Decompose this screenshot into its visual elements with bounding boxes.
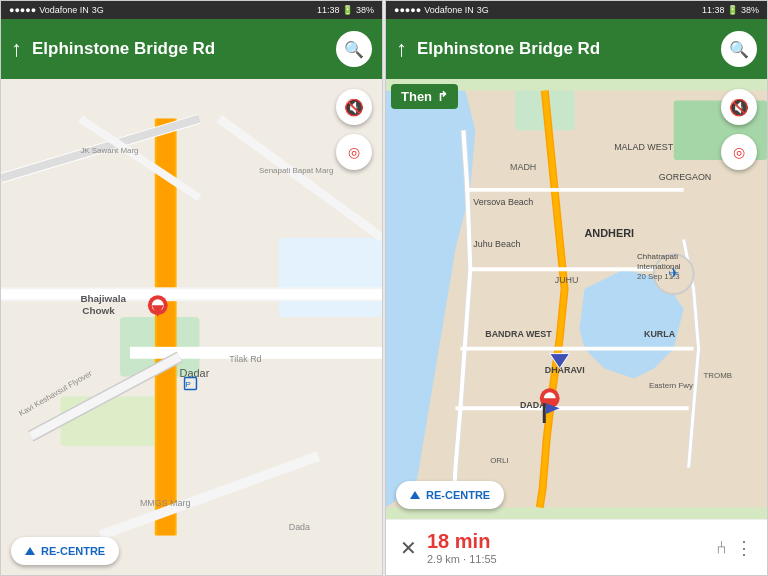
svg-text:MALAD WEST: MALAD WEST	[614, 142, 673, 152]
search-icon-left: 🔍	[344, 40, 364, 59]
svg-text:Senapati Bapat Marg: Senapati Bapat Marg	[259, 166, 333, 175]
svg-text:BANDRA WEST: BANDRA WEST	[485, 329, 552, 339]
svg-text:JK Sawant Marg: JK Sawant Marg	[80, 146, 138, 155]
recentre-triangle-right	[410, 491, 420, 499]
status-bar-left: ●●●●● Vodafone IN 3G 11:38 🔋 38%	[1, 1, 382, 19]
svg-text:20 Sep 11:3: 20 Sep 11:3	[637, 272, 680, 281]
network-right: 3G	[477, 5, 489, 15]
route-info: 18 min 2.9 km · 11:55	[427, 530, 716, 565]
compass-icon-left: ◎	[348, 144, 360, 160]
close-button[interactable]: ✕	[400, 536, 417, 560]
svg-text:Juhu Beach: Juhu Beach	[473, 239, 520, 249]
svg-text:Dadar: Dadar	[180, 367, 210, 379]
mute-button-left[interactable]: 🔇	[336, 89, 372, 125]
svg-rect-3	[279, 238, 382, 317]
map-right[interactable]: ✈ Versova Beach Juhu Beach ANDHERI JUHU …	[386, 79, 767, 519]
carrier: Vodafone IN	[39, 5, 89, 15]
search-icon-right: 🔍	[729, 40, 749, 59]
recentre-triangle-left	[25, 547, 35, 555]
mute-icon-right: 🔇	[729, 98, 749, 117]
svg-text:KURLA: KURLA	[644, 329, 676, 339]
recentre-label-right: RE-CENTRE	[426, 489, 490, 501]
svg-text:MMGS Marg: MMGS Marg	[140, 498, 191, 508]
svg-text:Chhatrapati: Chhatrapati	[637, 252, 678, 261]
battery-right: 🔋 38%	[727, 5, 759, 15]
app-container: ●●●●● Vodafone IN 3G 11:38 🔋 38% ↑ Elphi…	[0, 0, 768, 576]
svg-text:JUHU: JUHU	[555, 275, 579, 285]
svg-text:Tilak Rd: Tilak Rd	[229, 354, 261, 364]
network: 3G	[92, 5, 104, 15]
nav-header-right: ↑ Elphinstone Bridge Rd 🔍	[386, 19, 767, 79]
more-icon[interactable]: ⋮	[735, 537, 753, 559]
svg-text:TROMB: TROMB	[704, 371, 733, 380]
phone-right: ●●●●● Vodafone IN 3G 11:38 🔋 38% ↑ Elphi…	[385, 0, 768, 576]
map-left[interactable]: Bhajiwala Chowk Dadar P Tilak Rd Kavi Ke…	[1, 79, 382, 575]
compass-icon-right: ◎	[733, 144, 745, 160]
recentre-label-left: RE-CENTRE	[41, 545, 105, 557]
battery: 🔋 38%	[342, 5, 374, 15]
svg-rect-2	[61, 396, 160, 446]
then-icon: ↱	[437, 89, 448, 104]
route-time: 18 min	[427, 530, 716, 553]
search-button-left[interactable]: 🔍	[336, 31, 372, 67]
direction-arrow-left: ↑	[11, 36, 22, 62]
svg-text:International: International	[637, 262, 681, 271]
nav-title-left: Elphinstone Bridge Rd	[32, 39, 336, 59]
signal-dots-right: ●●●●●	[394, 5, 421, 15]
svg-text:Bhajiwala: Bhajiwala	[80, 293, 126, 304]
signal-dots: ●●●●●	[9, 5, 36, 15]
fork-icon[interactable]: ⑃	[716, 537, 727, 558]
svg-text:P: P	[186, 380, 191, 389]
svg-text:Dada: Dada	[289, 522, 310, 532]
recentre-button-right[interactable]: RE-CENTRE	[396, 481, 504, 509]
status-left-right: ●●●●● Vodafone IN 3G	[394, 5, 489, 15]
svg-text:ORLI: ORLI	[490, 456, 509, 465]
svg-text:Versova Beach: Versova Beach	[473, 197, 533, 207]
nav-title-right: Elphinstone Bridge Rd	[417, 39, 721, 59]
time: 11:38	[317, 5, 340, 15]
status-left: ●●●●● Vodafone IN 3G	[9, 5, 104, 15]
svg-text:Eastern Fwy: Eastern Fwy	[649, 381, 693, 390]
location-button-left[interactable]: ◎	[336, 134, 372, 170]
then-banner: Then ↱	[391, 84, 458, 109]
mute-icon-left: 🔇	[344, 98, 364, 117]
svg-rect-59	[543, 403, 546, 423]
direction-arrow-right: ↑	[396, 36, 407, 62]
nav-header-left: ↑ Elphinstone Bridge Rd 🔍	[1, 19, 382, 79]
map-svg-left: Bhajiwala Chowk Dadar P Tilak Rd Kavi Ke…	[1, 79, 382, 575]
then-text: Then	[401, 89, 432, 104]
mute-button-right[interactable]: 🔇	[721, 89, 757, 125]
phone-left: ●●●●● Vodafone IN 3G 11:38 🔋 38% ↑ Elphi…	[0, 0, 383, 576]
location-button-right[interactable]: ◎	[721, 134, 757, 170]
bottom-bar: ✕ 18 min 2.9 km · 11:55 ⑃ ⋮	[386, 519, 767, 575]
carrier-right: Vodafone IN	[424, 5, 474, 15]
svg-rect-7	[1, 289, 382, 299]
status-right-right: 11:38 🔋 38%	[702, 5, 759, 15]
status-bar-right: ●●●●● Vodafone IN 3G 11:38 🔋 38%	[386, 1, 767, 19]
time-right: 11:38	[702, 5, 725, 15]
svg-text:DHARAVI: DHARAVI	[545, 365, 585, 375]
svg-text:MADH: MADH	[510, 162, 536, 172]
status-right: 11:38 🔋 38%	[317, 5, 374, 15]
svg-text:GOREGAON: GOREGAON	[659, 172, 711, 182]
svg-text:ANDHERI: ANDHERI	[584, 227, 634, 239]
route-actions: ⑃ ⋮	[716, 537, 753, 559]
svg-text:Chowk: Chowk	[82, 305, 115, 316]
search-button-right[interactable]: 🔍	[721, 31, 757, 67]
map-svg-right: ✈ Versova Beach Juhu Beach ANDHERI JUHU …	[386, 79, 767, 519]
route-details: 2.9 km · 11:55	[427, 553, 716, 565]
recentre-button-left[interactable]: RE-CENTRE	[11, 537, 119, 565]
